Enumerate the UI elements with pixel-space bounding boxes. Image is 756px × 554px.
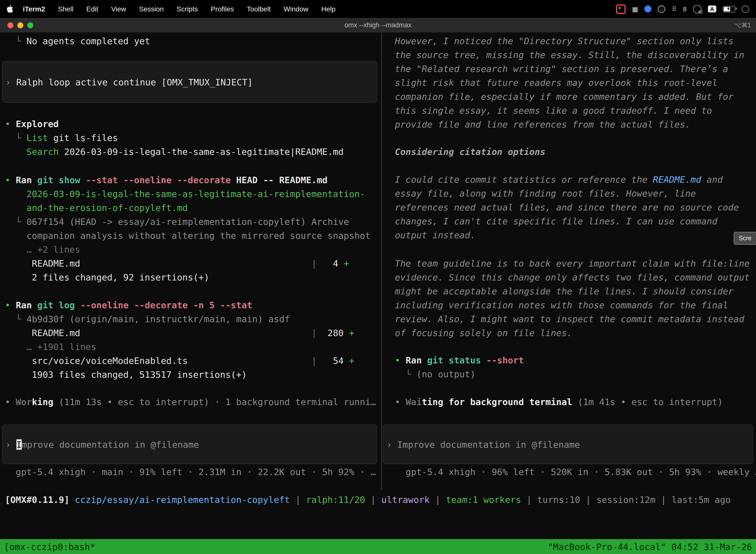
omx-version: [OMX#0.11.9] [5, 494, 69, 505]
diffstat-file: src/voice/voiceModeEnabled.ts [5, 355, 188, 366]
screen-recording-icon[interactable] [616, 4, 626, 14]
agents-status-text: No agents completed yet [26, 36, 150, 46]
no-output-text: (no output) [417, 369, 476, 379]
badge-61-label: 61 [698, 10, 703, 14]
tree-glyph: └ [395, 369, 417, 379]
bullet-icon: • [395, 355, 405, 365]
explored-title: Explored [16, 119, 59, 129]
screen-share-tooltip: Scre [734, 232, 756, 245]
control-center-icon[interactable] [742, 5, 749, 13]
omx-status-line: [OMX#0.11.9] cczip/essay/ai-reimplementa… [5, 493, 731, 507]
menu-item-edit[interactable]: Edit [80, 5, 105, 13]
thinking-paragraph-1: However, I noticed the "Directory Struct… [395, 34, 756, 131]
git-log-command: git log [32, 300, 75, 310]
screen: iTerm2 Shell Edit View Session Scripts P… [0, 0, 756, 554]
git-show-command: git show [32, 175, 80, 185]
menu-item-window[interactable]: Window [277, 5, 315, 13]
macos-menu-bar: iTerm2 Shell Edit View Session Scripts P… [0, 0, 756, 18]
bullet-icon: • [5, 300, 16, 310]
diffstat-plus: + [349, 355, 355, 366]
bullet-icon: • [5, 119, 16, 129]
input-source-icon[interactable]: A [708, 5, 716, 12]
omx-mode-badge: ultrawork [381, 494, 430, 505]
explored-block: • Explored └ List git ls-files Search 20… [5, 117, 381, 159]
ran-git-show-block: • Ran git show --stat --oneline --decora… [5, 173, 381, 284]
menu-item-session[interactable]: Session [132, 5, 170, 13]
model-status-line-left: gpt-5.4 xhigh · main · 91% left · 2.31M … [5, 465, 381, 479]
right-pane[interactable]: However, I noticed the "Directory Struct… [382, 33, 756, 493]
essay-filename-line2: and-the-erosion-of-copyleft.md [5, 203, 188, 213]
omx-team-workers: team:1 workers [446, 494, 521, 505]
bullet-icon: • [5, 175, 16, 185]
thinking-paragraph-3: The team guideline is to back every impo… [395, 257, 756, 340]
badge-61-icon[interactable]: 61 [693, 5, 701, 13]
apple-menu-icon[interactable] [7, 5, 13, 13]
omx-session-stats: | turns:10 | session:12m | last:5m ago [521, 494, 731, 505]
menu-item-scripts[interactable]: Scripts [170, 5, 204, 13]
bullet-icon: • [5, 397, 16, 407]
tool-list-args: git ls-files [48, 132, 118, 143]
omx-ralph-counter: ralph:11/20 [306, 494, 365, 505]
working-status-line: • Working (11m 13s • esc to interrupt) ·… [5, 395, 381, 409]
git-log-flags: --oneline --decorate -n 5 --stat [75, 300, 252, 310]
menu-item-profiles[interactable]: Profiles [204, 5, 240, 13]
prompt-input-right[interactable]: › Improve documentation in @filename [383, 425, 753, 464]
working-detail: (11m 13s • esc to interrupt) · 1 backgro… [53, 397, 376, 407]
git-status-command: git status [422, 355, 481, 365]
menu-item-iterm2[interactable]: iTerm2 [16, 5, 52, 13]
tool-search-args: 2026-03-09-is-legal-the-same-as-legitima… [59, 147, 344, 157]
diffstat-plus: + [349, 328, 355, 338]
working-spinner-dim: Wor [16, 397, 32, 407]
diffstat-summary: 2 files changed, 92 insertions(+) [5, 272, 209, 282]
waiting-spinner-lit: ting for background terminal [422, 397, 572, 407]
menu-item-view[interactable]: View [105, 5, 132, 13]
log-commit-line: 4b9d30f (origin/main, instructkr/main, m… [26, 314, 290, 324]
window-title-bar: omx --xhigh --madmax ⌥⌘1 [0, 18, 756, 33]
diffstat-count: 280 [317, 328, 349, 338]
git-show-args: HEAD -- README.md [231, 175, 327, 185]
input-placeholder-text: mprove documentation in @filename [21, 439, 199, 450]
ran-label: Ran [405, 355, 422, 365]
git-show-flags: --stat --oneline --decorate [80, 175, 231, 185]
window-title: omx --xhigh --madmax [0, 18, 756, 33]
menu-item-shell[interactable]: Shell [52, 5, 80, 13]
ran-git-log-block: • Ran git log --oneline --decorate -n 5 … [5, 298, 381, 382]
bullet-icon: • [395, 397, 405, 407]
input-placeholder-text: Improve documentation in @filename [397, 439, 580, 450]
ran-label: Ran [16, 175, 32, 185]
text-cursor: I [16, 439, 21, 450]
tree-glyph: └ [5, 314, 26, 324]
prompt-glyph: › [5, 77, 16, 88]
window-shortcut-badge: ⌥⌘1 [734, 18, 751, 33]
tmux-session-window[interactable]: [omx-cczip0:bash* [4, 541, 95, 552]
number-8-icon[interactable]: 8 [683, 5, 687, 13]
git-status-flags: --short [481, 355, 524, 365]
menu-item-toolbelt[interactable]: Toolbelt [240, 5, 277, 13]
thinking-heading: Considering citation options [395, 145, 756, 159]
readme-link[interactable]: README.md [653, 174, 701, 185]
grid-window-icon[interactable]: ▦ [632, 5, 638, 13]
waiting-status-line: • Waiting for background terminal (1m 41… [395, 395, 756, 409]
thinking-paragraph-2: I could cite commit statistics or refere… [395, 173, 756, 242]
model-status-line-right: gpt-5.4 xhigh · 96% left · 520K in · 5.8… [395, 465, 756, 479]
prompt-input-left[interactable]: › Improve documentation in @filename [2, 425, 377, 464]
left-pane[interactable]: └ No agents completed yet › Ralph loop a… [0, 33, 381, 493]
prompt-glyph: › [386, 439, 397, 450]
ran-git-status-block: • Ran git status --short └ (no output) [395, 353, 756, 381]
ran-label: Ran [16, 300, 32, 310]
diffstat-file: README.md [5, 258, 80, 269]
waiting-detail: (1m 41s • esc to interrupt) [572, 397, 723, 407]
ralph-loop-banner: › Ralph loop active continue [OMX_TMUX_I… [2, 61, 377, 103]
dots-grid-icon[interactable]: ⠿ [672, 5, 676, 13]
model-status-text: gpt-5.4 xhigh · 96% left · 520K in · 5.8… [395, 466, 756, 477]
commit-message-line1: 067f154 (HEAD -> essay/ai-reimplementati… [26, 216, 349, 227]
waiting-spinner-dim: Wai [405, 397, 422, 407]
tree-glyph: └ [5, 36, 26, 46]
diffstat-summary: 1903 files changed, 513517 insertions(+) [5, 369, 247, 380]
battery-icon[interactable] [723, 6, 735, 12]
menu-item-help[interactable]: Help [315, 5, 342, 13]
dark-app-icon[interactable] [658, 5, 665, 13]
tool-search-keyword: Search [26, 147, 59, 157]
prompt-glyph: › [5, 439, 16, 450]
blue-app-icon[interactable] [644, 5, 651, 12]
